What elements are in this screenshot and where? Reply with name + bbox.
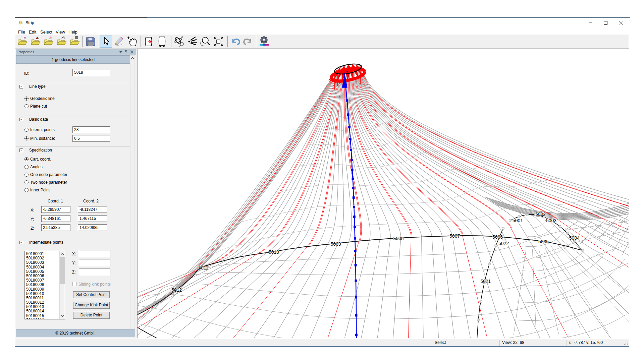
svg-text:5008: 5008 [393,236,404,241]
svg-text:5007: 5007 [449,233,460,239]
svg-text:5005: 5005 [538,239,549,244]
svg-text:5006: 5006 [492,234,503,240]
svg-text:5002: 5002 [535,212,546,217]
svg-text:5009: 5009 [331,241,341,247]
svg-text:5021: 5021 [480,279,491,284]
svg-text:5003: 5003 [546,218,556,223]
svg-text:5012: 5012 [171,287,182,293]
svg-text:5010: 5010 [269,249,279,255]
svg-text:5011: 5011 [198,265,208,270]
svg-text:5022: 5022 [498,241,509,246]
svg-text:5001: 5001 [513,218,523,223]
svg-text:5004: 5004 [569,235,580,241]
svg-text:#: # [23,36,26,41]
